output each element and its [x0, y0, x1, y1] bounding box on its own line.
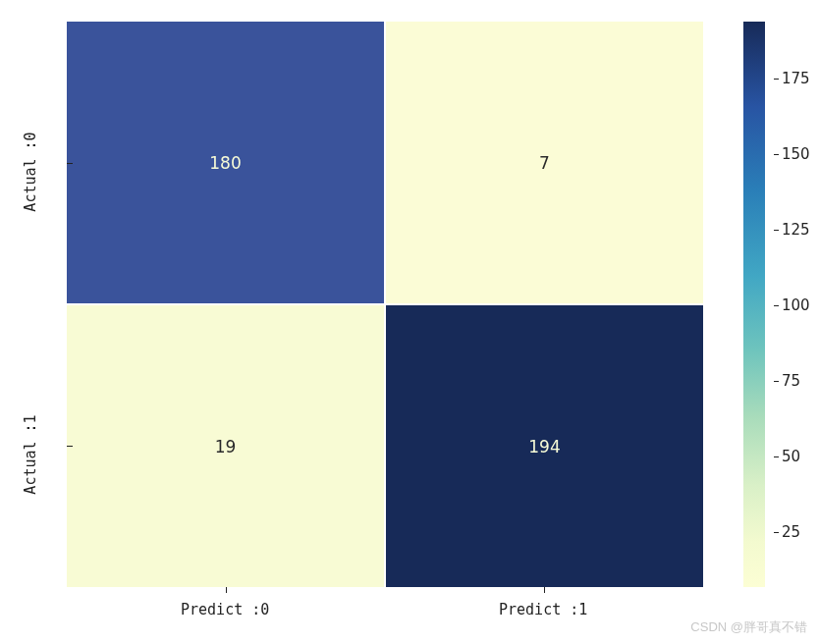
colorbar-tick-line-150	[774, 154, 779, 155]
colorbar-tick-25: 25	[782, 523, 800, 541]
x-axis: Predict :0 Predict :1	[67, 593, 703, 622]
y-tick-0	[67, 163, 73, 164]
colorbar-ticks: 175 150 125 100 75 50 25	[770, 22, 799, 587]
x-axis-label-predict-1: Predict :1	[499, 601, 587, 618]
colorbar-tick-line-25	[774, 532, 779, 533]
cell-actual0-predict1: 7	[386, 22, 703, 303]
heatmap-grid: 180 7 19 194	[67, 22, 703, 587]
cell-actual0-predict0: 180	[67, 22, 384, 303]
colorbar-tick-line-125	[774, 230, 779, 231]
cell-actual1-predict1: 194	[386, 305, 703, 587]
colorbar-tick-175: 175	[782, 70, 810, 87]
colorbar-tick-line-175	[774, 79, 779, 80]
colorbar-tick-line-100	[774, 305, 779, 306]
colorbar-tick-100: 100	[782, 296, 810, 314]
colorbar-gradient	[743, 22, 765, 587]
colorbar-tick-150: 150	[782, 145, 810, 163]
y-tick-1	[67, 446, 73, 447]
y-axis-label-actual-1: Actual :1	[22, 414, 39, 494]
y-axis-label-actual-0: Actual :0	[22, 132, 39, 211]
confusion-matrix-heatmap: 180 7 19 194	[67, 22, 703, 587]
x-tick-1	[544, 587, 545, 593]
watermark-text: CSDN @胖哥真不错	[690, 618, 807, 636]
x-tick-0	[226, 587, 227, 593]
colorbar-tick-50: 50	[782, 448, 800, 465]
cell-actual1-predict0: 19	[67, 305, 384, 587]
colorbar-tick-75: 75	[782, 372, 800, 390]
y-axis: Actual :0 Actual :1	[10, 22, 64, 587]
colorbar-tick-line-75	[774, 381, 779, 382]
x-axis-label-predict-0: Predict :0	[181, 601, 269, 618]
colorbar-tick-line-50	[774, 456, 779, 457]
colorbar-tick-125: 125	[782, 221, 810, 239]
colorbar	[743, 22, 765, 587]
